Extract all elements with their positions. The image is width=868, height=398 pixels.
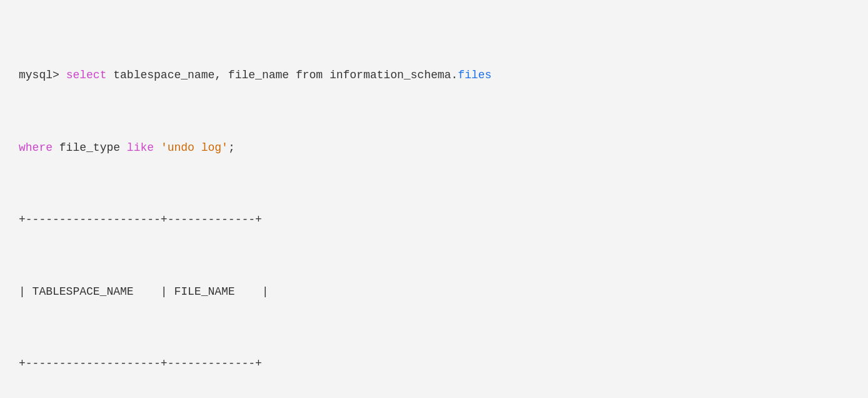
terminal-line-4: | TABLESPACE_NAME | FILE_NAME | [19, 283, 849, 301]
file-type-col: file_type [53, 141, 127, 154]
schema-name: information_schema. [323, 69, 458, 81]
files-table: files [458, 69, 492, 81]
like-keyword: like [127, 141, 154, 154]
from-keyword: from [296, 69, 323, 81]
semicolon: ; [228, 141, 235, 154]
table-header: | TABLESPACE_NAME | FILE_NAME | [19, 285, 269, 298]
space [154, 141, 161, 154]
select-keyword: select [66, 69, 107, 81]
where-keyword: where [19, 141, 53, 154]
terminal-line-1: mysql> select tablespace_name, file_name… [19, 66, 849, 84]
terminal-output: mysql> select tablespace_name, file_name… [19, 13, 849, 398]
string-value: 'undo log' [161, 141, 228, 154]
terminal-line-5: +--------------------+-------------+ [19, 355, 849, 373]
terminal-line-2: where file_type like 'undo log'; [19, 139, 849, 157]
table-separator-top: +--------------------+-------------+ [19, 213, 262, 226]
columns: tablespace_name, file_name [106, 69, 295, 81]
mysql-prompt: mysql> [19, 69, 66, 81]
terminal-line-3: +--------------------+-------------+ [19, 211, 849, 229]
table-separator-mid: +--------------------+-------------+ [19, 357, 262, 370]
